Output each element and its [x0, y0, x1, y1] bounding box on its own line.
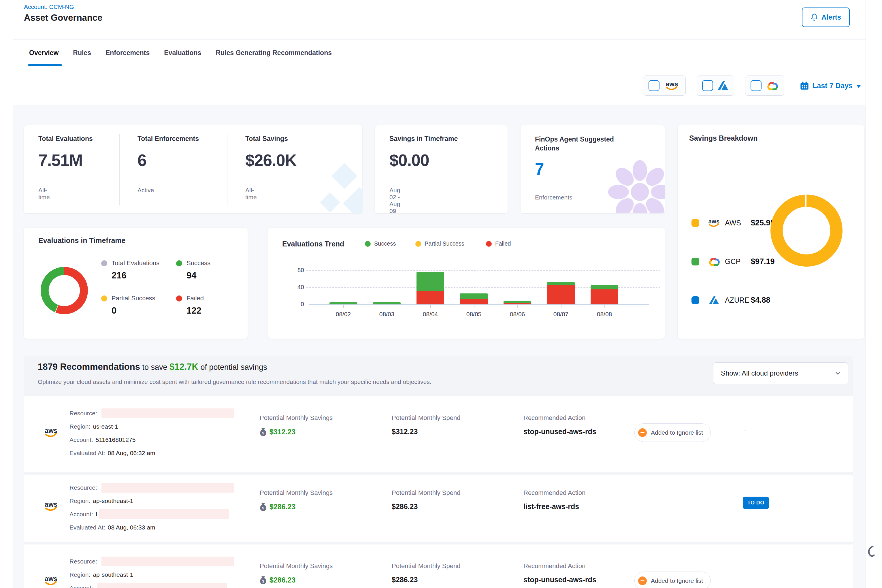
- x-axis-tick: [604, 304, 605, 308]
- bar-segment-success: [460, 293, 488, 300]
- x-axis-label: 08/04: [409, 311, 452, 318]
- provider-filter-azure[interactable]: [697, 75, 734, 96]
- alerts-button[interactable]: Alerts: [802, 8, 850, 27]
- recommendations-title: 1879 Recommendations to save $12.7K of p…: [38, 362, 267, 372]
- bar-segment-success: [373, 302, 400, 304]
- legend-item-failed: Failed 122: [176, 295, 204, 316]
- date-range-picker[interactable]: Last 7 Days: [800, 81, 861, 90]
- provider-filter-gcp[interactable]: [745, 75, 784, 96]
- x-axis-label: 08/08: [583, 311, 626, 318]
- tab-bar: Overview Rules Enforcements Evaluations …: [13, 39, 866, 66]
- y-axis-tick: 0: [292, 301, 304, 308]
- trend-legend-partial-success: Partial Success: [416, 240, 464, 247]
- bar-segment-success: [591, 285, 618, 290]
- recommendation-row[interactable]: Resource: Region:ap-southeast-1 Account:…: [24, 475, 853, 542]
- x-axis-tick: [387, 304, 387, 308]
- stat-value: 6: [138, 151, 146, 170]
- yellow-dot-icon: [416, 241, 421, 247]
- bar-segment-failed: [417, 291, 444, 304]
- trend-bar-08/02[interactable]: [330, 302, 357, 304]
- trend-legend-failed: Failed: [486, 240, 511, 247]
- stat-label: Total Enforcements: [138, 135, 199, 142]
- legend-label: Partial Success: [111, 295, 155, 302]
- savings-timeframe-card: Savings in Timeframe $0.00 Aug 02 - Aug …: [375, 125, 508, 213]
- stat-value: $0.00: [389, 151, 429, 170]
- legend-label: Failed: [495, 240, 511, 247]
- tab-overview[interactable]: Overview: [29, 39, 58, 66]
- added-to-ignore-list-badge[interactable]: Added to Ignore list: [634, 423, 711, 442]
- gcp-logo-icon: [707, 257, 721, 266]
- trend-bar-08/08[interactable]: [591, 285, 618, 304]
- x-axis-label: 08/06: [496, 311, 539, 318]
- resource-details: Resource: Region:ap-southeast-1 Account:…: [69, 555, 234, 588]
- legend-label: Total Evaluations: [111, 260, 159, 267]
- legend-label: AWS: [725, 219, 751, 227]
- legend-value: 216: [111, 270, 159, 281]
- tab-enforcements[interactable]: Enforcements: [105, 39, 150, 66]
- evaluations-donut-chart[interactable]: [40, 267, 88, 314]
- trend-bar-08/07[interactable]: [547, 282, 575, 304]
- help-widget-icon[interactable]: [865, 544, 875, 561]
- legend-value: 0: [111, 306, 155, 316]
- evaluations-timeframe-card: Evaluations in Timeframe Total Evaluatio…: [24, 228, 248, 339]
- legend-label: Partial Success: [424, 240, 464, 247]
- legend-label: Failed: [186, 295, 204, 302]
- stat-label: Total Savings: [245, 135, 288, 142]
- bar-segment-success: [504, 301, 531, 303]
- stat-value: $26.0K: [245, 151, 297, 170]
- redacted-resource: [102, 408, 234, 418]
- todo-status-badge[interactable]: TO DO: [743, 496, 769, 509]
- page-header: Account: CCM-NG Asset Governance Alerts: [13, 0, 866, 39]
- card-title: Evaluations in Timeframe: [38, 236, 125, 245]
- account-breadcrumb[interactable]: Account: CCM-NG: [24, 3, 74, 10]
- bar-segment-failed: [460, 299, 488, 304]
- tab-rules[interactable]: Rules: [73, 39, 91, 66]
- calendar-icon: [800, 81, 809, 90]
- gridline-80: [306, 270, 660, 271]
- cloud-provider-dropdown[interactable]: Show: All cloud providers: [713, 362, 848, 384]
- legend-value: $4.88: [751, 296, 771, 304]
- aws-checkbox[interactable]: [648, 80, 660, 91]
- account-value: 511616801275: [96, 436, 136, 443]
- stat-value: 7: [535, 159, 544, 178]
- potential-monthly-spend: Potential Monthly Spend $286.23: [392, 562, 460, 584]
- azure-checkbox[interactable]: [702, 80, 713, 91]
- trend-bar-08/04[interactable]: [417, 272, 444, 304]
- evaluations-trend-card: Evaluations Trend Success Partial Succes…: [268, 228, 664, 339]
- legend-item-partial-success: Partial Success 0: [101, 295, 155, 316]
- trend-bar-08/03[interactable]: [373, 302, 400, 304]
- y-axis-tick: 40: [292, 284, 304, 291]
- added-to-ignore-list-badge[interactable]: Added to Ignore list: [634, 572, 711, 588]
- savings-breakdown-donut-chart[interactable]: [771, 195, 843, 267]
- tab-rules-generating-recommendations[interactable]: Rules Generating Recommendations: [216, 39, 332, 66]
- recommendation-row[interactable]: Resource: Region:ap-southeast-1 Account:…: [24, 544, 853, 588]
- azure-logo-icon: [717, 80, 729, 91]
- tab-evaluations[interactable]: Evaluations: [164, 39, 201, 66]
- resource-details: Resource: Region:ap-southeast-1 Account:…: [69, 481, 234, 534]
- redacted-account: [99, 509, 229, 519]
- recommendation-row[interactable]: Resource: Region:us-east-1 Account:51161…: [24, 396, 853, 472]
- alerts-button-label: Alerts: [822, 13, 841, 21]
- bar-segment-failed: [547, 285, 575, 304]
- legend-label: Success: [186, 260, 210, 267]
- aws-logo-icon: [42, 426, 60, 438]
- caret-down-icon: [856, 85, 861, 88]
- money-bag-icon: [260, 576, 267, 584]
- x-axis-tick: [343, 304, 344, 308]
- aws-swatch: [692, 219, 699, 227]
- recommendations-section: 1879 Recommendations to save $12.7K of p…: [24, 356, 853, 588]
- y-axis-tick: 80: [292, 267, 304, 273]
- legend-value: 94: [186, 270, 210, 281]
- gcp-logo-icon: [765, 81, 779, 90]
- red-dot-icon: [176, 296, 182, 302]
- trend-bar-08/06[interactable]: [504, 301, 531, 304]
- totals-card: Total Evaluations 7.51M All-time Total E…: [24, 125, 362, 213]
- money-bag-icon: [260, 428, 267, 436]
- trend-bar-08/05[interactable]: [460, 293, 488, 304]
- region-value: ap-southeast-1: [93, 571, 133, 578]
- aws-logo-icon: [42, 500, 60, 512]
- gcp-checkbox[interactable]: [751, 80, 762, 91]
- stat-label: FinOps Agent Suggested Actions: [535, 135, 630, 153]
- diamonds-watermark-icon: [299, 161, 362, 213]
- provider-filter-aws[interactable]: [643, 75, 686, 96]
